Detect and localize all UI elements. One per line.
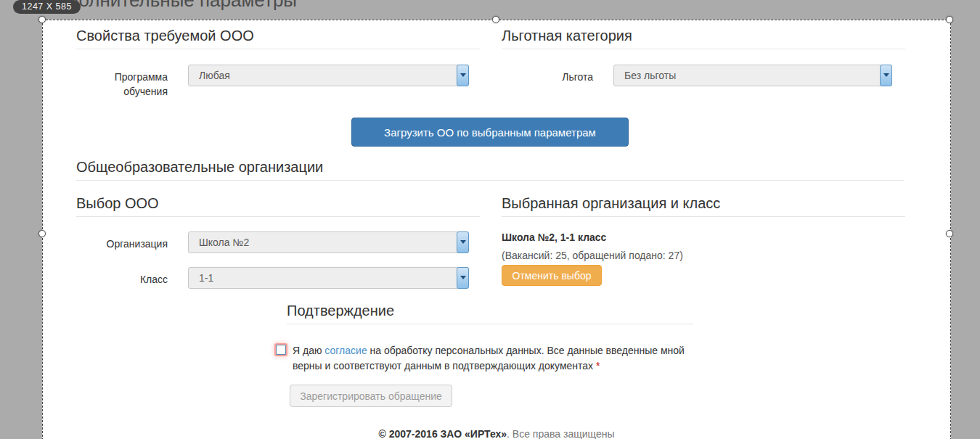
footer-copyright-company: © 2007-2016 ЗАО «ИРТех» — [379, 428, 507, 439]
page-title: Дополнительные параметры — [45, 0, 297, 12]
resize-handle-top-right[interactable] — [946, 16, 953, 23]
program-label: Программа обучения — [76, 70, 168, 99]
benefit-select-value: Без льготы — [624, 70, 676, 81]
section-title-organizations: Общеобразовательные организации — [76, 160, 904, 181]
organization-label: Организация — [76, 237, 168, 251]
selection-size-badge: 1247 X 585 — [13, 0, 81, 14]
required-asterisk: * — [596, 360, 600, 372]
benefit-label: Льгота — [502, 70, 593, 84]
class-label: Класс — [76, 272, 168, 287]
benefit-select[interactable]: Без льготы — [613, 65, 892, 86]
section-title-confirmation: Подтверждение — [287, 303, 693, 324]
load-oo-button[interactable]: Загрузить ОО по выбранным параметрам — [351, 118, 629, 147]
resize-handle-middle-right[interactable] — [946, 230, 953, 237]
resize-handle-middle-left[interactable] — [38, 230, 46, 237]
chevron-down-icon[interactable] — [880, 65, 892, 86]
class-select[interactable]: 1-1 — [188, 267, 469, 289]
consent-text: Я даю согласие на обработку персональных… — [293, 343, 716, 374]
resize-handle-top-left[interactable] — [38, 16, 46, 23]
section-title-selected-org: Выбранная организация и класс — [502, 196, 905, 217]
selected-org-name: Школа №2, 1-1 класс — [502, 231, 606, 243]
register-request-button[interactable]: Зарегистрировать обращение — [290, 385, 452, 407]
footer-copyright-rights: . Все права защищены — [507, 428, 614, 439]
organization-select-value: Школа №2 — [199, 237, 249, 248]
class-select-value: 1-1 — [199, 272, 213, 284]
program-select-value: Любая — [199, 70, 230, 81]
chevron-down-icon[interactable] — [457, 65, 469, 86]
footer-copyright: © 2007-2016 ЗАО «ИРТех». Все права защищ… — [43, 428, 950, 439]
program-select[interactable]: Любая — [188, 65, 469, 86]
resize-handle-top-center[interactable] — [492, 16, 499, 23]
section-title-oo-choice: Выбор ООО — [76, 196, 480, 217]
selected-org-stats: (Вакансий: 25, обращений подано: 27) — [502, 250, 683, 261]
consent-checkbox[interactable] — [276, 345, 286, 355]
section-title-oo-properties: Свойства требуемой ООО — [76, 28, 480, 49]
organization-select[interactable]: Школа №2 — [188, 231, 469, 253]
consent-link[interactable]: согласие — [324, 345, 367, 356]
screenshot-page: Дополнительные параметры 1247 X 585 Свой… — [0, 0, 980, 439]
selection-area: Свойства требуемой ООО Льготная категори… — [42, 20, 951, 439]
section-title-benefit-category: Льготная категория — [502, 28, 905, 49]
chevron-down-icon[interactable] — [457, 231, 469, 253]
consent-text-prefix: Я даю — [293, 345, 324, 356]
chevron-down-icon[interactable] — [457, 267, 469, 289]
cancel-selection-button[interactable]: Отменить выбор — [502, 265, 602, 286]
